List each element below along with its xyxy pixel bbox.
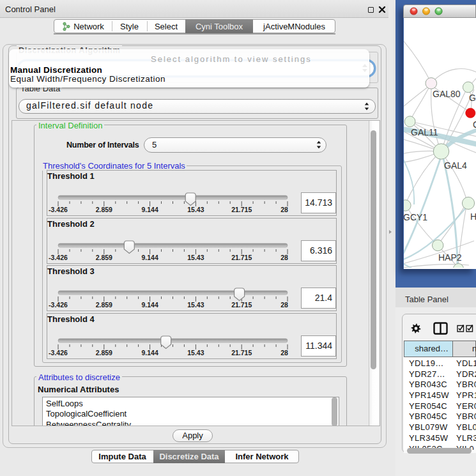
svg-text:28: 28 xyxy=(280,206,288,213)
svg-text:-3.426: -3.426 xyxy=(49,301,68,309)
svg-text:15.43: 15.43 xyxy=(187,301,204,309)
svg-text:-3.426: -3.426 xyxy=(49,254,68,261)
svg-text:21.715: 21.715 xyxy=(231,301,252,309)
svg-text:-3.426: -3.426 xyxy=(49,206,68,213)
svg-text:-3.426: -3.426 xyxy=(49,349,68,357)
svg-text:H: H xyxy=(470,211,476,222)
svg-text:28: 28 xyxy=(280,301,288,309)
svg-text:9.144: 9.144 xyxy=(141,301,158,309)
svg-text:HAP2: HAP2 xyxy=(438,252,462,263)
svg-text:21.715: 21.715 xyxy=(231,254,252,261)
svg-text:2.859: 2.859 xyxy=(96,254,112,261)
svg-text:9.144: 9.144 xyxy=(141,254,158,261)
svg-text:GAL4: GAL4 xyxy=(444,160,467,171)
svg-text:C: C xyxy=(473,119,476,130)
svg-text:21.715: 21.715 xyxy=(231,206,252,213)
svg-text:28: 28 xyxy=(280,254,288,261)
svg-text:2.859: 2.859 xyxy=(96,301,112,309)
svg-text:9.144: 9.144 xyxy=(141,206,158,213)
svg-text:9.144: 9.144 xyxy=(141,349,158,357)
svg-text:GCY1: GCY1 xyxy=(404,212,427,222)
svg-text:GAL11: GAL11 xyxy=(411,127,438,137)
svg-text:2.859: 2.859 xyxy=(96,206,112,213)
svg-text:2.859: 2.859 xyxy=(96,349,112,357)
svg-text:GA: GA xyxy=(469,93,476,103)
svg-text:28: 28 xyxy=(280,349,288,357)
svg-text:15.43: 15.43 xyxy=(187,349,204,357)
svg-text:15.43: 15.43 xyxy=(187,254,204,261)
svg-text:GAL80: GAL80 xyxy=(433,89,461,99)
svg-text:15.43: 15.43 xyxy=(187,206,204,213)
svg-text:21.715: 21.715 xyxy=(231,349,252,357)
